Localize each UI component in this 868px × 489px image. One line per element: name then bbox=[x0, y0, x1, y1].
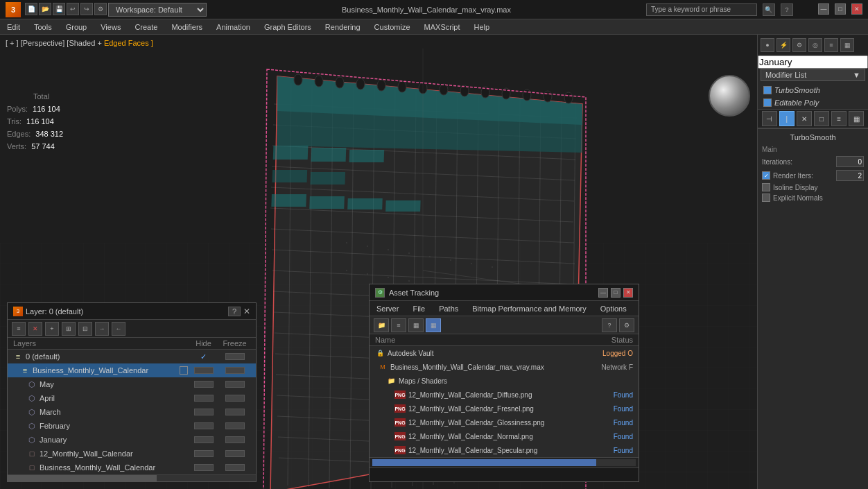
layer-freeze-check bbox=[219, 450, 250, 457]
menu-graph-editors[interactable]: Graph Editors bbox=[257, 22, 318, 33]
open-file-icon[interactable]: 📂 bbox=[39, 3, 51, 15]
asset-row[interactable]: PNG 12_Monthly_Wall_Calendar_Glossiness.… bbox=[370, 415, 639, 429]
asset-input-bar[interactable] bbox=[370, 467, 639, 481]
menu-group[interactable]: Group bbox=[59, 22, 94, 33]
asset-menu-server[interactable]: Server bbox=[370, 303, 406, 314]
asset-tb-list-icon[interactable]: ≡ bbox=[391, 318, 406, 332]
rp-icon-5[interactable]: ≡ bbox=[824, 38, 838, 52]
render-iters-checkbox[interactable]: ✓ bbox=[762, 171, 770, 180]
render-iters-input[interactable] bbox=[836, 170, 864, 181]
asset-row[interactable]: PNG 12_Monthly_Wall_Calendar_Fresnel.png… bbox=[370, 402, 639, 415]
viewport[interactable]: [ + ] [Perspective] [Shaded + Edged Face… bbox=[0, 35, 757, 489]
help-icon[interactable]: ? bbox=[781, 3, 793, 16]
rp-tool-pin[interactable]: ⊣ bbox=[762, 111, 777, 126]
rp-tool-grid2[interactable]: ▦ bbox=[849, 111, 864, 126]
layer-row[interactable]: □ Business_Monthly_Wall_Calendar bbox=[8, 461, 256, 474]
asset-tracking-panel: ⚙ Asset Tracking — □ ✕ Server File Paths… bbox=[369, 284, 639, 482]
asset-menu-paths[interactable]: Paths bbox=[432, 303, 465, 314]
undo-icon[interactable]: ↩ bbox=[67, 3, 79, 15]
rp-icon-1[interactable]: ● bbox=[761, 38, 774, 52]
asset-maximize-button[interactable]: □ bbox=[611, 288, 620, 298]
app-logo: 3 bbox=[6, 2, 21, 17]
layers-move-to-icon[interactable]: ⊞ bbox=[62, 322, 76, 336]
menu-modifiers[interactable]: Modifiers bbox=[164, 22, 209, 33]
menu-tools[interactable]: Tools bbox=[27, 22, 59, 33]
layers-select-by-layer-icon[interactable]: ⊟ bbox=[78, 322, 92, 336]
menu-maxscript[interactable]: MAXScript bbox=[417, 22, 467, 33]
layer-row[interactable]: ⬡ February bbox=[8, 419, 256, 433]
menu-create[interactable]: Create bbox=[128, 22, 164, 33]
asset-tb-settings-icon[interactable]: ⚙ bbox=[619, 318, 634, 332]
asset-tb-grid-icon[interactable]: ▦ bbox=[408, 318, 424, 332]
explicit-normals-checkbox[interactable] bbox=[762, 194, 770, 202]
menu-animation[interactable]: Animation bbox=[209, 22, 257, 33]
asset-minimize-button[interactable]: — bbox=[598, 288, 608, 298]
modifier-list-dropdown[interactable]: Modifier List ▼ bbox=[761, 69, 865, 81]
layers-collapse-icon[interactable]: ← bbox=[112, 322, 125, 336]
layer-row[interactable]: ≡ 0 (default) ✓ bbox=[8, 350, 256, 363]
turbosmooth-iterations-input[interactable] bbox=[836, 156, 864, 167]
redo-icon[interactable]: ↪ bbox=[80, 3, 93, 15]
rp-icon-6[interactable]: ▦ bbox=[840, 38, 854, 52]
layer-row[interactable]: □ 12_Monthly_Wall_Calendar bbox=[8, 447, 256, 461]
asset-tb-browse-icon[interactable]: 📁 bbox=[374, 318, 389, 332]
search-icon[interactable]: 🔍 bbox=[763, 3, 775, 16]
layer-row[interactable]: ⬡ May bbox=[8, 377, 256, 391]
asset-tb-table-icon[interactable]: ▦ bbox=[426, 318, 441, 332]
layers-expand-icon[interactable]: → bbox=[95, 322, 109, 336]
settings-icon[interactable]: ⚙ bbox=[94, 3, 107, 15]
asset-row[interactable]: 📁 Maps / Shaders bbox=[370, 374, 639, 388]
save-icon[interactable]: 💾 bbox=[53, 3, 65, 15]
isoline-checkbox[interactable] bbox=[762, 183, 770, 191]
rp-tool-cursor[interactable]: | bbox=[779, 111, 795, 126]
asset-col-status-header: Status bbox=[578, 336, 633, 344]
asset-tb-help-icon[interactable]: ? bbox=[602, 318, 617, 332]
rp-icon-3[interactable]: ⚙ bbox=[792, 38, 806, 52]
asset-name: 12_Monthly_Wall_Calendar_Glossiness.png bbox=[408, 419, 578, 427]
asset-menu-file[interactable]: File bbox=[406, 303, 432, 314]
layers-menu-icon[interactable]: ≡ bbox=[12, 322, 26, 336]
maximize-button[interactable]: □ bbox=[835, 3, 846, 15]
minimize-button[interactable]: — bbox=[818, 3, 829, 15]
workspace-dropdown[interactable]: Workspace: Default bbox=[108, 3, 207, 17]
modifier-turbosmooth[interactable]: TurboSmooth bbox=[758, 84, 868, 96]
layer-row[interactable]: ⬡ April bbox=[8, 391, 256, 405]
layers-help-button[interactable]: ? bbox=[228, 307, 241, 316]
menu-rendering[interactable]: Rendering bbox=[318, 22, 367, 33]
rp-icon-4[interactable]: ◎ bbox=[808, 38, 822, 52]
rp-tool-cross[interactable]: ✕ bbox=[797, 111, 812, 126]
layers-delete-icon[interactable]: ✕ bbox=[28, 322, 42, 336]
asset-menu-options[interactable]: Options bbox=[593, 303, 634, 314]
asset-row[interactable]: M Business_Monthly_Wall_Calendar_max_vra… bbox=[370, 360, 639, 374]
rp-tool-box[interactable]: □ bbox=[814, 111, 829, 126]
modifier-name-field[interactable] bbox=[758, 55, 868, 69]
search-input[interactable] bbox=[646, 3, 757, 16]
modifier-editable-poly[interactable]: Editable Poly bbox=[758, 96, 868, 109]
menu-views[interactable]: Views bbox=[94, 22, 128, 33]
layers-close-button[interactable]: ✕ bbox=[243, 307, 250, 316]
rp-icon-2[interactable]: ⚡ bbox=[776, 38, 790, 52]
layer-row[interactable]: ⬡ March bbox=[8, 405, 256, 419]
new-file-icon[interactable]: 📄 bbox=[25, 3, 37, 15]
layer-visibility-box[interactable] bbox=[180, 366, 188, 375]
close-button[interactable]: ✕ bbox=[851, 3, 862, 15]
asset-row[interactable]: 🔒 Autodesk Vault Logged O bbox=[370, 346, 639, 360]
scroll-thumb[interactable] bbox=[8, 475, 157, 481]
layer-row[interactable]: ≡ Business_Monthly_Wall_Calendar bbox=[8, 363, 256, 377]
rp-tool-menu2[interactable]: ≡ bbox=[831, 111, 847, 126]
layers-add-icon[interactable]: + bbox=[45, 322, 59, 336]
svg-rect-56 bbox=[272, 170, 308, 182]
layers-app-icon: 3 bbox=[13, 307, 23, 316]
asset-row[interactable]: PNG 12_Monthly_Wall_Calendar_Normal.png … bbox=[370, 429, 639, 443]
asset-menu-bitmap[interactable]: Bitmap Performance and Memory bbox=[465, 303, 593, 314]
modifier-checkbox[interactable] bbox=[763, 98, 772, 107]
modifier-checkbox[interactable] bbox=[763, 86, 772, 94]
menu-help[interactable]: Help bbox=[467, 22, 497, 33]
asset-row[interactable]: PNG 12_Monthly_Wall_Calendar_Specular.pn… bbox=[370, 443, 639, 457]
asset-row[interactable]: PNG 12_Monthly_Wall_Calendar_Diffuse.png… bbox=[370, 388, 639, 402]
layers-scrollbar[interactable] bbox=[8, 474, 256, 481]
menu-customize[interactable]: Customize bbox=[367, 22, 417, 33]
menu-edit[interactable]: Edit bbox=[0, 22, 27, 33]
layer-row[interactable]: ⬡ January bbox=[8, 433, 256, 447]
asset-close-button[interactable]: ✕ bbox=[623, 288, 633, 298]
